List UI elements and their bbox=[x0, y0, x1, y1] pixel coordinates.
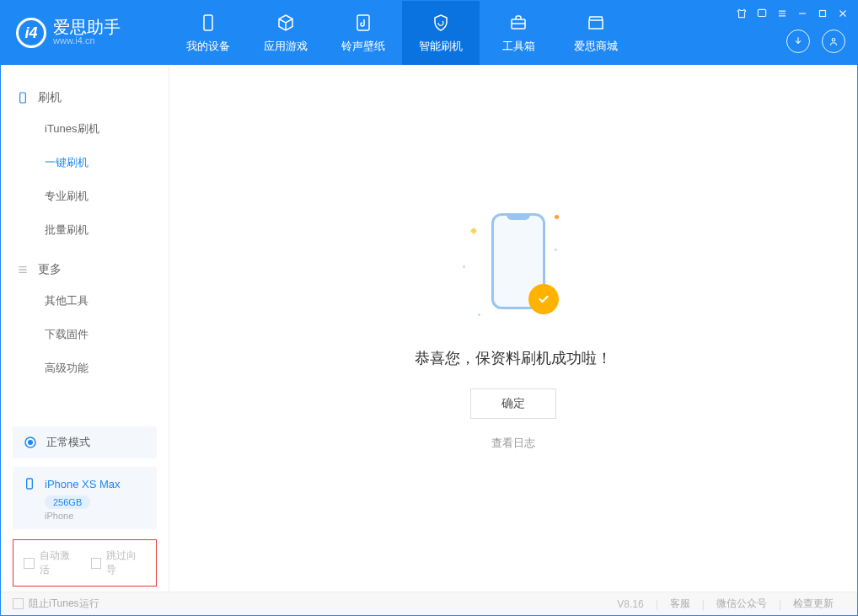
checkbox-auto-activate[interactable]: 自动激活 bbox=[24, 549, 79, 577]
sidebar-header-flash: 刷机 bbox=[1, 83, 169, 112]
nav-ringtones[interactable]: 铃声壁纸 bbox=[324, 1, 402, 65]
sidebar-item-pro-flash[interactable]: 专业刷机 bbox=[1, 179, 169, 213]
confirm-button[interactable]: 确定 bbox=[470, 388, 556, 419]
nav-label: 爱思商城 bbox=[574, 39, 618, 54]
checkbox-label: 自动激活 bbox=[40, 549, 79, 577]
music-file-icon bbox=[352, 12, 374, 34]
app-url: www.i4.cn bbox=[53, 35, 121, 46]
feedback-icon[interactable] bbox=[756, 8, 768, 19]
success-message: 恭喜您，保资料刷机成功啦！ bbox=[415, 348, 612, 368]
cube-icon bbox=[275, 12, 297, 34]
nav-label: 应用游戏 bbox=[264, 39, 308, 54]
checkbox-label: 阻止iTunes运行 bbox=[29, 597, 99, 611]
sidebar-item-other-tools[interactable]: 其他工具 bbox=[1, 284, 169, 318]
device-name: iPhone XS Max bbox=[45, 478, 121, 490]
sidebar-item-advanced[interactable]: 高级功能 bbox=[1, 351, 169, 385]
sidebar-item-onekey-flash[interactable]: 一键刷机 bbox=[1, 146, 169, 179]
nav-smart-flash[interactable]: 智能刷机 bbox=[402, 1, 480, 65]
mode-icon bbox=[23, 435, 38, 450]
maximize-icon[interactable] bbox=[817, 8, 829, 19]
nav-apps-games[interactable]: 应用游戏 bbox=[247, 1, 324, 65]
svg-rect-4 bbox=[820, 11, 826, 17]
footer-link-update[interactable]: 检查更新 bbox=[781, 597, 845, 611]
toolbox-icon bbox=[507, 12, 529, 34]
download-icon[interactable] bbox=[786, 29, 810, 53]
footer-link-wechat[interactable]: 微信公众号 bbox=[705, 597, 779, 611]
logo-icon: i4 bbox=[16, 18, 46, 48]
success-illustration bbox=[454, 206, 572, 324]
version-label: V8.16 bbox=[605, 598, 655, 610]
sidebar-item-itunes-flash[interactable]: iTunes刷机 bbox=[1, 112, 169, 146]
nav-label: 铃声壁纸 bbox=[341, 39, 385, 54]
device-info-box[interactable]: iPhone XS Max 256GB iPhone bbox=[13, 467, 157, 529]
checkbox-icon bbox=[91, 558, 102, 569]
close-icon[interactable] bbox=[837, 8, 849, 19]
svg-rect-3 bbox=[758, 9, 765, 16]
checkbox-block-itunes[interactable]: 阻止iTunes运行 bbox=[13, 597, 99, 611]
nav-label: 我的设备 bbox=[186, 39, 230, 54]
list-icon bbox=[16, 263, 29, 276]
nav-my-device[interactable]: 我的设备 bbox=[169, 1, 247, 65]
user-icon[interactable] bbox=[822, 29, 845, 53]
device-icon bbox=[23, 477, 36, 490]
checkbox-skip-guide[interactable]: 跳过向导 bbox=[91, 549, 147, 577]
sidebar-header-label: 更多 bbox=[38, 262, 62, 277]
minimize-icon[interactable] bbox=[796, 8, 808, 19]
checkbox-icon bbox=[24, 558, 35, 569]
device-type: iPhone bbox=[45, 511, 147, 521]
svg-rect-1 bbox=[357, 15, 369, 30]
checkmark-icon bbox=[528, 284, 559, 314]
svg-rect-0 bbox=[204, 15, 212, 30]
svg-rect-9 bbox=[27, 479, 33, 489]
sidebar-item-batch-flash[interactable]: 批量刷机 bbox=[1, 213, 169, 247]
store-icon bbox=[585, 12, 607, 34]
svg-point-8 bbox=[29, 441, 33, 445]
sidebar-header-label: 刷机 bbox=[38, 90, 62, 105]
nav-toolbox[interactable]: 工具箱 bbox=[480, 1, 557, 65]
device-mode-box[interactable]: 正常模式 bbox=[13, 426, 157, 458]
device-storage: 256GB bbox=[45, 495, 90, 509]
nav-label: 智能刷机 bbox=[419, 39, 463, 54]
highlighted-options: 自动激活 跳过向导 bbox=[13, 539, 157, 587]
app-title: 爱思助手 bbox=[53, 19, 121, 35]
svg-point-5 bbox=[832, 39, 835, 42]
nav-label: 工具箱 bbox=[502, 39, 535, 54]
svg-rect-6 bbox=[20, 93, 26, 103]
skin-icon[interactable] bbox=[736, 8, 748, 19]
view-log-link[interactable]: 查看日志 bbox=[491, 436, 535, 451]
sidebar-item-download-firmware[interactable]: 下载固件 bbox=[1, 318, 169, 351]
footer-link-support[interactable]: 客服 bbox=[658, 597, 702, 611]
nav-store[interactable]: 爱思商城 bbox=[557, 1, 635, 65]
mode-label: 正常模式 bbox=[46, 435, 90, 450]
phone-icon bbox=[197, 12, 219, 34]
shield-refresh-icon bbox=[430, 12, 452, 34]
sidebar-header-more: 更多 bbox=[1, 255, 169, 284]
checkbox-icon bbox=[13, 598, 24, 609]
app-logo[interactable]: i4 爱思助手 www.i4.cn bbox=[1, 18, 169, 48]
phone-outline-icon bbox=[16, 91, 29, 104]
menu-icon[interactable] bbox=[776, 8, 788, 19]
checkbox-label: 跳过向导 bbox=[106, 549, 146, 577]
